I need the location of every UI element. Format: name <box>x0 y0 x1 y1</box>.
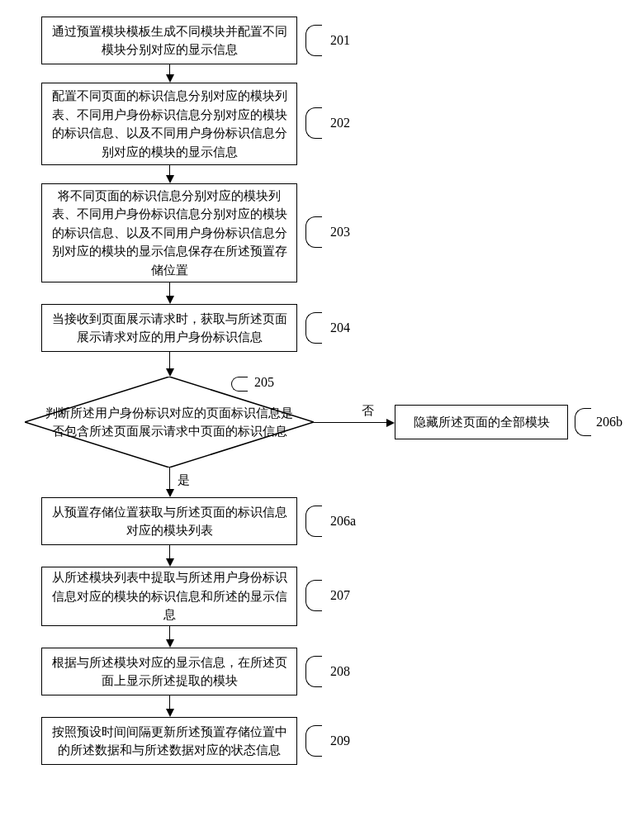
step-202-box: 配置不同页面的标识信息分别对应的模块列表、不同用户身份标识信息分别对应的模块的标… <box>41 83 297 165</box>
step-206b-text: 隐藏所述页面的全部模块 <box>414 413 550 432</box>
step-202-label: 202 <box>330 116 350 131</box>
arrow-208-209-head <box>166 709 174 717</box>
step-201-label: 201 <box>330 33 350 48</box>
step-205-decision: 判断所述用户身份标识对应的页面标识信息是否包含所述页面展示请求中页面的标识信息 <box>25 377 314 468</box>
step-207-label: 207 <box>330 588 350 603</box>
step-205-brace <box>231 377 248 392</box>
step-206a-box: 从预置存储位置获取与所述页面的标识信息对应的模块列表 <box>41 497 297 545</box>
step-201-box: 通过预置模块模板生成不同模块并配置不同模块分别对应的显示信息 <box>41 17 297 64</box>
arrow-201-202-head <box>166 74 174 83</box>
step-206b-brace <box>575 408 591 436</box>
arrow-207-208-head <box>166 639 174 648</box>
step-207-text: 从所述模块列表中提取与所述用户身份标识信息对应的模块的标识信息和所述的显示信息 <box>50 568 288 624</box>
step-204-box: 当接收到页面展示请求时，获取与所述页面展示请求对应的用户身份标识信息 <box>41 304 297 352</box>
branch-no-label: 否 <box>362 403 374 419</box>
step-203-box: 将不同页面的标识信息分别对应的模块列表、不同用户身份标识信息分别对应的模块的标识… <box>41 183 297 282</box>
step-208-brace <box>305 656 322 687</box>
step-206a-label: 206a <box>330 514 356 529</box>
step-203-label: 203 <box>330 225 350 240</box>
arrow-203-204-head <box>166 296 174 304</box>
step-204-label: 204 <box>330 320 350 335</box>
step-206a-text: 从预置存储位置获取与所述页面的标识信息对应的模块列表 <box>50 503 288 540</box>
step-203-brace <box>305 216 322 248</box>
step-204-text: 当接收到页面展示请求时，获取与所述页面展示请求对应的用户身份标识信息 <box>50 310 288 347</box>
arrow-205-206b-head <box>386 419 395 427</box>
step-203-text: 将不同页面的标识信息分别对应的模块列表、不同用户身份标识信息分别对应的模块的标识… <box>50 187 288 280</box>
step-206b-box: 隐藏所述页面的全部模块 <box>395 405 568 439</box>
step-202-brace <box>305 107 322 139</box>
step-202-text: 配置不同页面的标识信息分别对应的模块列表、不同用户身份标识信息分别对应的模块的标… <box>50 87 288 161</box>
arrow-202-203-head <box>166 175 174 183</box>
arrow-204-205-head <box>166 368 174 377</box>
arrow-205-206a <box>169 468 170 491</box>
step-209-box: 按照预设时间间隔更新所述预置存储位置中的所述数据和与所述数据对应的状态信息 <box>41 717 297 765</box>
step-201-text: 通过预置模块模板生成不同模块并配置不同模块分别对应的显示信息 <box>50 22 288 59</box>
step-208-label: 208 <box>330 664 350 679</box>
step-209-brace <box>305 725 322 757</box>
branch-yes-label: 是 <box>178 472 190 488</box>
step-205-text: 判断所述用户身份标识对应的页面标识信息是否包含所述页面展示请求中页面的标识信息 <box>25 404 314 441</box>
step-208-box: 根据与所述模块对应的显示信息，在所述页面上显示所述提取的模块 <box>41 648 297 695</box>
step-207-box: 从所述模块列表中提取与所述用户身份标识信息对应的模块的标识信息和所述的显示信息 <box>41 567 297 626</box>
step-205-label: 205 <box>254 375 274 390</box>
arrow-206a-207-head <box>166 558 174 567</box>
step-204-brace <box>305 312 322 344</box>
arrow-204-205 <box>169 352 170 370</box>
step-208-text: 根据与所述模块对应的显示信息，在所述页面上显示所述提取的模块 <box>50 653 288 691</box>
step-201-brace <box>305 25 322 56</box>
step-209-text: 按照预设时间间隔更新所述预置存储位置中的所述数据和与所述数据对应的状态信息 <box>50 723 288 760</box>
step-207-brace <box>305 580 322 611</box>
step-206b-label: 206b <box>596 415 623 430</box>
arrow-205-206a-head <box>166 489 174 497</box>
arrow-205-206b <box>314 422 388 423</box>
step-206a-brace <box>305 506 322 537</box>
step-209-label: 209 <box>330 733 350 748</box>
